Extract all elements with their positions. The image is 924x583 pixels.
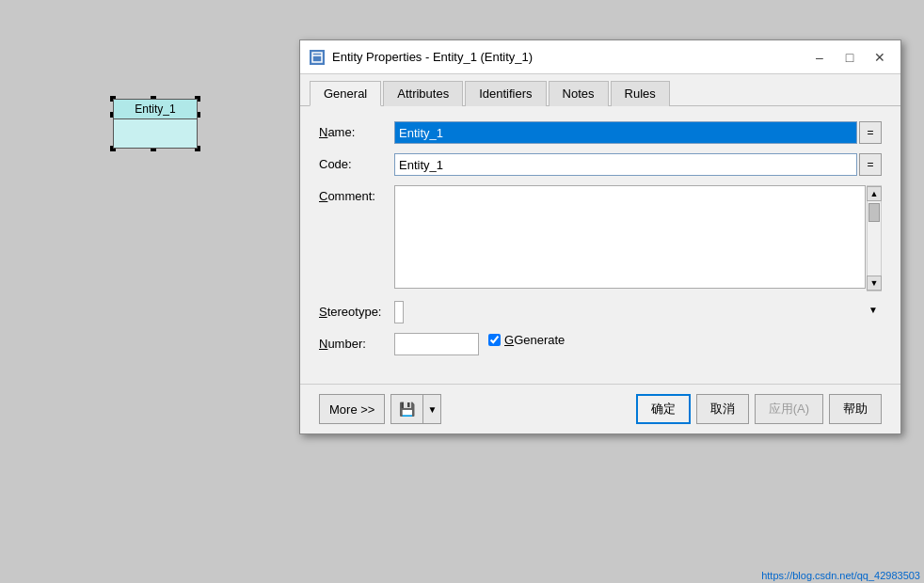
generate-label: GGenerate (504, 333, 565, 347)
dialog-titlebar: Entity Properties - Entity_1 (Entity_1) … (300, 40, 900, 74)
comment-label: Comment: (319, 185, 394, 203)
comment-scrollbar[interactable]: ▲ ▼ (867, 185, 882, 292)
number-input[interactable] (394, 333, 479, 355)
tab-identifiers[interactable]: Identifiers (465, 81, 546, 106)
form-area: Name: = Code: = Comment: ▲ ▼ (300, 106, 900, 374)
stereotype-select[interactable] (394, 301, 404, 323)
cancel-button[interactable]: 取消 (696, 394, 749, 424)
tab-attributes[interactable]: Attributes (383, 81, 463, 106)
save-dropdown-button[interactable]: ▼ (423, 395, 440, 423)
entity-icon-svg (311, 52, 323, 63)
generate-checkbox-row: GGenerate (488, 333, 565, 347)
tab-notes[interactable]: Notes (549, 81, 609, 106)
scroll-down-arrow[interactable]: ▼ (867, 276, 882, 291)
code-eq-button[interactable]: = (859, 153, 882, 176)
name-label: Name: (319, 121, 394, 139)
dialog-icon (310, 50, 325, 65)
number-label: Number: (319, 333, 394, 351)
save-icon: 💾 (399, 402, 415, 417)
help-button[interactable]: 帮助 (829, 394, 882, 424)
scroll-thumb[interactable] (868, 203, 880, 222)
generate-checkbox[interactable] (488, 334, 501, 346)
code-input[interactable] (394, 153, 857, 176)
entity-body (114, 119, 197, 148)
tab-bar: General Attributes Identifiers Notes Rul… (300, 74, 900, 106)
stereotype-dropdown-arrow: ▼ (868, 305, 878, 315)
watermark: https://blog.csdn.net/qq_42983503 (761, 570, 920, 581)
tab-notes-label: Notes (563, 87, 595, 101)
stereotype-select-wrapper: ▼ (394, 301, 882, 323)
entity-header: Entity_1 (114, 100, 197, 119)
button-bar: More >> 💾 ▼ 确定 取消 应用(A) 帮助 (300, 384, 900, 433)
tab-rules[interactable]: Rules (611, 81, 670, 106)
close-button[interactable]: ✕ (868, 46, 891, 69)
more-button[interactable]: More >> (319, 394, 385, 424)
entity-name-label: Entity_1 (135, 102, 175, 116)
tab-identifiers-label: Identifiers (479, 87, 532, 101)
svg-rect-0 (312, 53, 322, 62)
tab-attributes-label: Attributes (397, 87, 449, 101)
stereotype-label: Stereotype: (319, 301, 394, 319)
entity-wrapper: Entity_1 (113, 99, 198, 149)
code-label: Code: (319, 153, 394, 171)
comment-row: Comment: ▲ ▼ (319, 185, 882, 292)
tab-rules-label: Rules (625, 87, 656, 101)
save-button-group: 💾 ▼ (390, 394, 441, 424)
minimize-button[interactable]: – (808, 46, 831, 69)
stereotype-row: Stereotype: ▼ (319, 301, 882, 323)
entity-diagram: Entity_1 (113, 99, 198, 149)
comment-wrapper: ▲ ▼ (394, 185, 882, 292)
name-row: Name: = (319, 121, 882, 144)
number-row: Number: GGenerate (319, 333, 882, 355)
scroll-up-arrow[interactable]: ▲ (867, 186, 882, 201)
entity-properties-dialog: Entity Properties - Entity_1 (Entity_1) … (299, 39, 901, 434)
tab-general-label: General (324, 87, 367, 101)
confirm-button[interactable]: 确定 (636, 394, 691, 424)
name-eq-button[interactable]: = (859, 121, 882, 144)
dialog-title: Entity Properties - Entity_1 (Entity_1) (332, 50, 801, 64)
save-main-button[interactable]: 💾 (391, 395, 423, 423)
entity-box[interactable]: Entity_1 (113, 99, 198, 149)
apply-button[interactable]: 应用(A) (755, 394, 823, 424)
name-input[interactable] (394, 121, 857, 144)
tab-general[interactable]: General (310, 81, 381, 106)
maximize-button[interactable]: □ (838, 46, 861, 69)
comment-textarea[interactable] (394, 185, 866, 289)
code-row: Code: = (319, 153, 882, 176)
